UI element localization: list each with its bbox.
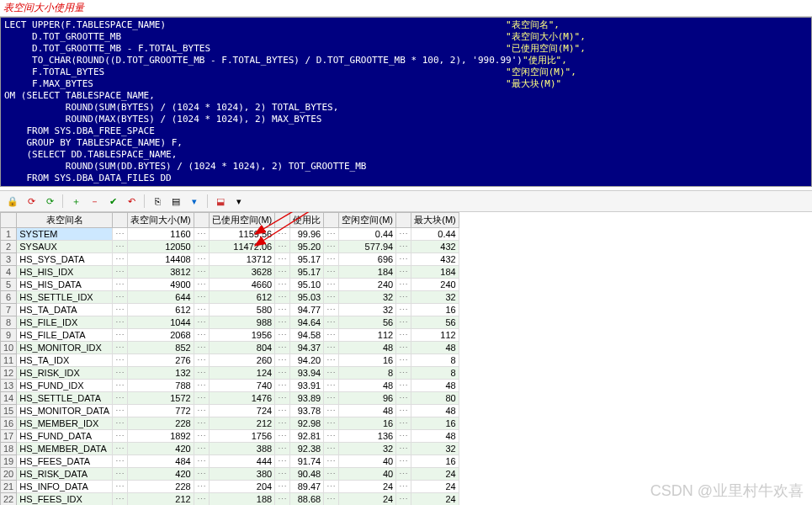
- cell-used[interactable]: 1956: [209, 329, 275, 342]
- cell-ratio[interactable]: 93.94: [290, 367, 324, 380]
- cell-size[interactable]: 788: [128, 380, 194, 392]
- cell-ratio[interactable]: 95.17: [290, 253, 324, 266]
- cell-size[interactable]: 228: [128, 481, 194, 493]
- cell-menu[interactable]: ⋯: [275, 342, 290, 354]
- cell-menu[interactable]: ⋯: [324, 304, 339, 316]
- col-header[interactable]: [275, 213, 290, 228]
- cell-menu[interactable]: ⋯: [194, 329, 209, 342]
- table-row[interactable]: 11HS_TA_IDX⋯276⋯260⋯94.20⋯16⋯8: [1, 354, 459, 367]
- cell-menu[interactable]: ⋯: [113, 241, 128, 253]
- cell-menu[interactable]: ⋯: [275, 279, 290, 291]
- cell-free[interactable]: 96: [339, 392, 396, 405]
- cell-free[interactable]: 184: [339, 266, 396, 279]
- cell-menu[interactable]: ⋯: [275, 241, 290, 253]
- table-row[interactable]: 7HS_TA_DATA⋯612⋯580⋯94.77⋯32⋯16: [1, 304, 459, 316]
- cell-max[interactable]: 184: [411, 266, 459, 279]
- cell-ratio[interactable]: 92.38: [290, 443, 324, 455]
- col-header[interactable]: [396, 213, 411, 228]
- cell-size[interactable]: 852: [128, 342, 194, 354]
- cell-free[interactable]: 240: [339, 279, 396, 291]
- cell-menu[interactable]: ⋯: [324, 253, 339, 266]
- cell-name[interactable]: HS_MEMBER_DATA: [17, 443, 113, 455]
- cell-menu[interactable]: ⋯: [324, 443, 339, 455]
- cell-used[interactable]: 380: [209, 468, 275, 481]
- cell-menu[interactable]: ⋯: [324, 392, 339, 405]
- cell-menu[interactable]: ⋯: [324, 481, 339, 493]
- cell-menu[interactable]: ⋯: [194, 493, 209, 506]
- cell-menu[interactable]: ⋯: [396, 354, 411, 367]
- cell-menu[interactable]: ⋯: [396, 228, 411, 241]
- cell-max[interactable]: 24: [411, 481, 459, 493]
- first-icon[interactable]: ⬓: [213, 194, 228, 209]
- cell-menu[interactable]: ⋯: [396, 417, 411, 430]
- cell-used[interactable]: 124: [209, 367, 275, 380]
- minus-icon[interactable]: －: [87, 194, 102, 209]
- cell-used[interactable]: 188: [209, 493, 275, 506]
- cell-free[interactable]: 24: [339, 481, 396, 493]
- cell-menu[interactable]: ⋯: [324, 241, 339, 253]
- cell-menu[interactable]: ⋯: [113, 253, 128, 266]
- cell-max[interactable]: 24: [411, 493, 459, 506]
- cell-size[interactable]: 1044: [128, 316, 194, 329]
- cell-menu[interactable]: ⋯: [324, 342, 339, 354]
- cell-menu[interactable]: ⋯: [194, 367, 209, 380]
- cell-menu[interactable]: ⋯: [113, 443, 128, 455]
- cell-free[interactable]: 48: [339, 405, 396, 417]
- cell-menu[interactable]: ⋯: [113, 417, 128, 430]
- row-number[interactable]: 4: [1, 266, 17, 279]
- cell-free[interactable]: 136: [339, 430, 396, 443]
- cell-menu[interactable]: ⋯: [275, 316, 290, 329]
- cell-free[interactable]: 24: [339, 493, 396, 506]
- cell-menu[interactable]: ⋯: [324, 493, 339, 506]
- cell-menu[interactable]: ⋯: [324, 291, 339, 304]
- cell-used[interactable]: 740: [209, 380, 275, 392]
- cell-menu[interactable]: ⋯: [396, 493, 411, 506]
- cell-menu[interactable]: ⋯: [194, 316, 209, 329]
- cell-ratio[interactable]: 99.96: [290, 228, 324, 241]
- cell-menu[interactable]: ⋯: [275, 468, 290, 481]
- cell-ratio[interactable]: 95.10: [290, 279, 324, 291]
- cell-name[interactable]: HS_TA_IDX: [17, 354, 113, 367]
- cell-max[interactable]: 16: [411, 417, 459, 430]
- cell-free[interactable]: 32: [339, 304, 396, 316]
- cell-menu[interactable]: ⋯: [396, 367, 411, 380]
- row-number[interactable]: 6: [1, 291, 17, 304]
- cell-max[interactable]: 16: [411, 304, 459, 316]
- cell-menu[interactable]: ⋯: [194, 266, 209, 279]
- row-number[interactable]: 3: [1, 253, 17, 266]
- cell-menu[interactable]: ⋯: [275, 354, 290, 367]
- cell-free[interactable]: 40: [339, 455, 396, 468]
- cell-ratio[interactable]: 94.20: [290, 354, 324, 367]
- cell-menu[interactable]: ⋯: [113, 329, 128, 342]
- cell-name[interactable]: SYSTEM: [17, 228, 113, 241]
- row-number[interactable]: 18: [1, 443, 17, 455]
- cell-max[interactable]: 80: [411, 392, 459, 405]
- table-row[interactable]: 6HS_SETTLE_IDX⋯644⋯612⋯95.03⋯32⋯32: [1, 291, 459, 304]
- cell-size[interactable]: 1160: [128, 228, 194, 241]
- cell-menu[interactable]: ⋯: [113, 291, 128, 304]
- cell-ratio[interactable]: 95.03: [290, 291, 324, 304]
- cell-menu[interactable]: ⋯: [194, 443, 209, 455]
- cell-menu[interactable]: ⋯: [396, 253, 411, 266]
- cell-menu[interactable]: ⋯: [194, 417, 209, 430]
- cell-menu[interactable]: ⋯: [324, 354, 339, 367]
- table-row[interactable]: 1SYSTEM⋯1160⋯1159.56⋯99.96⋯0.44⋯0.44: [1, 228, 459, 241]
- cell-size[interactable]: 132: [128, 367, 194, 380]
- cell-menu[interactable]: ⋯: [275, 455, 290, 468]
- col-header[interactable]: [324, 213, 339, 228]
- cell-menu[interactable]: ⋯: [113, 304, 128, 316]
- table-row[interactable]: 20HS_RISK_DATA⋯420⋯380⋯90.48⋯40⋯24: [1, 468, 459, 481]
- row-number[interactable]: 15: [1, 405, 17, 417]
- cell-size[interactable]: 228: [128, 417, 194, 430]
- row-number[interactable]: 12: [1, 367, 17, 380]
- cell-free[interactable]: 577.94: [339, 241, 396, 253]
- cell-menu[interactable]: ⋯: [275, 405, 290, 417]
- cell-used[interactable]: 260: [209, 354, 275, 367]
- cell-ratio[interactable]: 93.91: [290, 380, 324, 392]
- cell-name[interactable]: HS_INFO_DATA: [17, 481, 113, 493]
- cell-ratio[interactable]: 93.78: [290, 405, 324, 417]
- table-row[interactable]: 18HS_MEMBER_DATA⋯420⋯388⋯92.38⋯32⋯32: [1, 443, 459, 455]
- cell-ratio[interactable]: 94.37: [290, 342, 324, 354]
- cell-ratio[interactable]: 93.89: [290, 392, 324, 405]
- cell-size[interactable]: 420: [128, 443, 194, 455]
